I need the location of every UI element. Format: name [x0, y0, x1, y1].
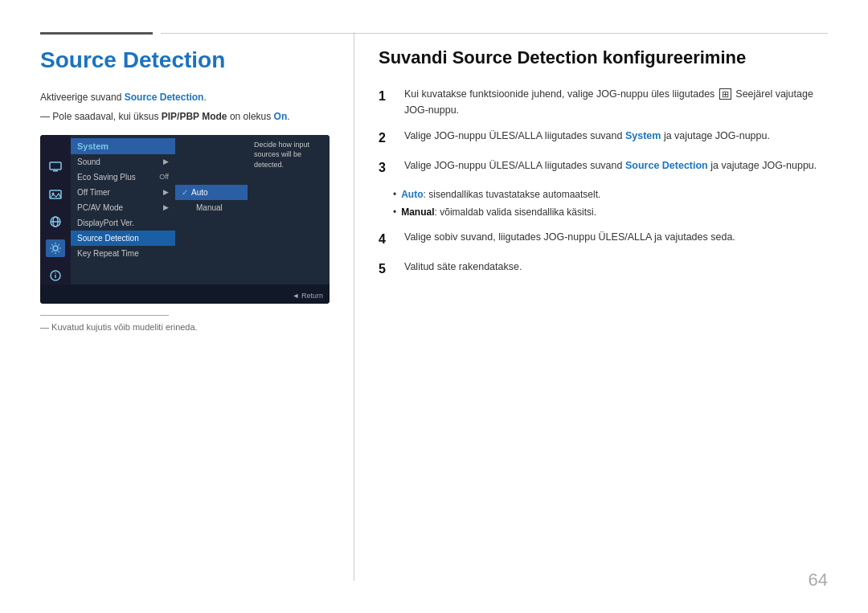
section-title: Source Detection	[40, 47, 330, 74]
monitor-mockup: System Sound▶ Eco Saving PlusOff Off Tim…	[40, 135, 330, 304]
page-number: 64	[809, 570, 828, 591]
menu-item-source-detection: Source Detection	[71, 231, 175, 246]
step-item-2: 2 Valige JOG-nuppu ÜLES/ALLA liigutades …	[379, 128, 828, 148]
return-bar: ◄ Return	[40, 284, 330, 304]
note-bold: PIP/PBP Mode	[162, 111, 227, 122]
activate-suffix: .	[203, 92, 206, 103]
menu-item-offtimer: Off Timer▶	[71, 185, 175, 200]
bullet-item-auto: • Auto: sisendallikas tuvastatakse autom…	[393, 187, 828, 202]
menu-item-pcav: PC/AV Mode▶	[71, 200, 175, 215]
step-number-3: 3	[379, 157, 393, 178]
step3-prefix: Valige JOG-nuppu ÜLES/ALLA liigutades su…	[404, 160, 625, 171]
step1-icon: ⊞	[719, 88, 731, 100]
svg-point-10	[55, 272, 56, 274]
step-number-1: 1	[379, 86, 393, 118]
menu-header: System	[71, 138, 175, 154]
step-text-5: Valitud säte rakendatakse.	[404, 259, 522, 279]
bullet-manual-text: võimaldab valida sisendallika käsitsi.	[437, 206, 596, 218]
step2-bold: System	[625, 130, 661, 141]
note-on: On	[274, 111, 288, 122]
step-item-4: 4 Valige sobiv suvand, liigutades JOG-nu…	[379, 229, 828, 249]
step-number-4: 4	[379, 229, 393, 249]
return-label: ◄ Return	[293, 292, 323, 300]
bullet-auto-text: sisendallikas tuvastatakse automaatselt.	[426, 189, 600, 200]
step3-suffix: ja vajutage JOG-nuppu.	[708, 160, 817, 171]
bullet-auto-bold: Auto	[401, 189, 423, 200]
activate-bold: Source Detection	[125, 92, 204, 103]
svg-rect-0	[50, 162, 61, 170]
note-text: ― Pole saadaval, kui üksus PIP/PBP Mode …	[40, 109, 330, 124]
menu-item-sound: Sound▶	[71, 154, 175, 170]
submenu-item-auto: ✓ Auto	[175, 185, 248, 200]
divider-line	[40, 315, 169, 316]
note-middle: on olekus	[227, 111, 274, 122]
step-item-3: 3 Valige JOG-nuppu ÜLES/ALLA liigutades …	[379, 157, 828, 178]
left-column: Source Detection Aktiveerige suvand Sour…	[40, 32, 354, 581]
submenu: ✓ Auto Manual	[175, 135, 248, 284]
step-text-3: Valige JOG-nuppu ÜLES/ALLA liigutades su…	[404, 157, 817, 178]
icon-network	[46, 213, 65, 231]
right-column: Suvandi Source Detection konfigureerimin…	[354, 32, 828, 581]
bullet-list: • Auto: sisendallikas tuvastatakse autom…	[393, 187, 828, 219]
activate-prefix: Aktiveerige suvand	[40, 92, 125, 103]
step-number-2: 2	[379, 128, 393, 148]
accent-line	[40, 32, 153, 35]
info-panel: Decide how input sources will be detecte…	[248, 135, 330, 284]
note-prefix: ― Pole saadaval, kui üksus	[40, 111, 162, 122]
bullet-item-manual: • Manual: võimaldab valida sisendallika …	[393, 205, 828, 219]
step-text-4: Valige sobiv suvand, liigutades JOG-nupp…	[404, 229, 735, 249]
bullet-manual-bold: Manual	[401, 206, 434, 218]
menu-area: System Sound▶ Eco Saving PlusOff Off Tim…	[71, 135, 330, 284]
image-note: ― Kuvatud kujutis võib mudeliti erineda.	[40, 322, 330, 332]
menu-item-eco: Eco Saving PlusOff	[71, 170, 175, 185]
sidebar-icons	[40, 135, 71, 284]
menu-item-displayport: DisplayPort Ver.	[71, 215, 175, 231]
activate-text: Aktiveerige suvand Source Detection.	[40, 90, 330, 104]
step2-prefix: Valige JOG-nuppu ÜLES/ALLA liigutades su…	[404, 130, 625, 141]
submenu-item-manual: Manual	[175, 200, 248, 215]
info-text: Decide how input sources will be detecte…	[254, 140, 323, 170]
menu-item-keyrepeat: Key Repeat Time	[71, 246, 175, 261]
icon-info	[46, 267, 65, 284]
step3-bold: Source Detection	[625, 160, 708, 171]
svg-point-7	[53, 246, 58, 251]
thin-line	[161, 33, 828, 34]
step-item-5: 5 Valitud säte rakendatakse.	[379, 259, 828, 279]
step-item-1: 1 Kui kuvatakse funktsioonide juhend, va…	[379, 86, 828, 118]
note-suffix: .	[287, 111, 289, 122]
right-title: Suvandi Source Detection konfigureerimin…	[379, 47, 828, 70]
step2-suffix: ja vajutage JOG-nuppu.	[661, 130, 770, 141]
main-menu: System Sound▶ Eco Saving PlusOff Off Tim…	[71, 135, 175, 284]
icon-system-active	[46, 239, 65, 257]
steps-list: 1 Kui kuvatakse funktsioonide juhend, va…	[379, 86, 828, 178]
step-text-2: Valige JOG-nuppu ÜLES/ALLA liigutades su…	[404, 128, 770, 148]
step1-prefix: Kui kuvatakse funktsioonide juhend, vali…	[404, 88, 718, 100]
step-number-5: 5	[379, 259, 393, 279]
svg-rect-1	[53, 170, 58, 172]
icon-picture	[46, 186, 65, 203]
step-text-1: Kui kuvatakse funktsioonide juhend, vali…	[404, 86, 828, 118]
top-decorative-lines	[40, 32, 828, 35]
icon-display	[46, 159, 65, 177]
